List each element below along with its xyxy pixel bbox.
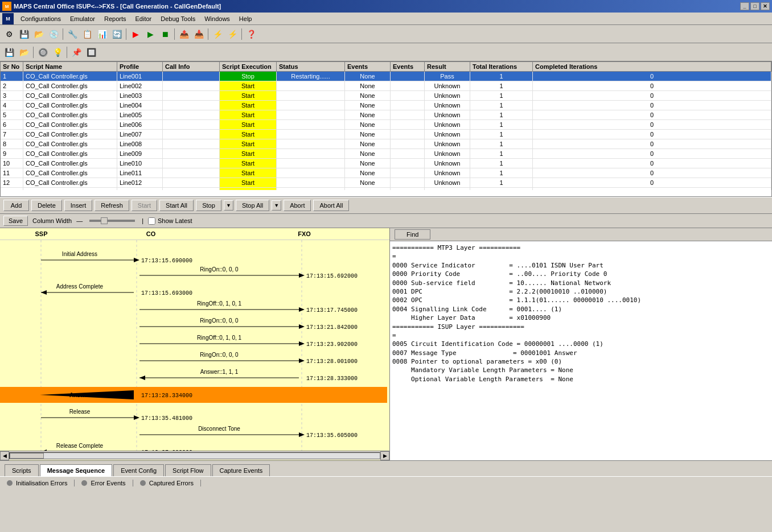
table-cell xyxy=(277,139,345,149)
toolbar-play-btn[interactable]: ▶ xyxy=(129,27,142,41)
toolbar2-pin-btn[interactable]: 📌 xyxy=(69,46,83,59)
abort-button[interactable]: Abort xyxy=(284,200,311,211)
tab-capture-events[interactable]: Capture Events xyxy=(212,464,270,476)
tab-event-config[interactable]: Event Config xyxy=(113,464,164,476)
toolbar-upload-btn[interactable]: 📤 xyxy=(177,27,191,41)
captured-errors-label: Captured Errors xyxy=(149,480,194,486)
hscroll-left[interactable]: ◀ xyxy=(0,451,9,460)
table-row[interactable]: 13CO_Call Controller.glsLine013StartNone… xyxy=(1,188,771,190)
toolbar-clip-btn[interactable]: 📋 xyxy=(80,27,94,41)
show-latest-checkbox-label[interactable]: Show Latest xyxy=(148,217,192,225)
svg-text:17:13:15.693000: 17:13:15.693000 xyxy=(141,290,192,296)
toolbar2-sep2 xyxy=(67,47,67,58)
toolbar2-light-btn[interactable]: 💡 xyxy=(51,46,64,59)
table-row[interactable]: 3CO_Call Controller.glsLine003StartNoneU… xyxy=(1,91,771,101)
find-button[interactable]: Find xyxy=(395,229,430,240)
table-row[interactable]: 8CO_Call Controller.glsLine008StartNoneU… xyxy=(1,139,771,149)
hscroll-right[interactable]: ▶ xyxy=(380,451,389,460)
toolbar-stop2-btn[interactable]: ⏹ xyxy=(158,27,172,41)
table-row[interactable]: 5CO_Call Controller.glsLine005StartNoneU… xyxy=(1,110,771,120)
table-cell xyxy=(163,188,220,190)
menu-bar: M Configurations Emulator Reports Editor… xyxy=(0,13,772,25)
toolbar-help-btn[interactable]: ❓ xyxy=(244,27,258,41)
table-cell: Line004 xyxy=(117,101,163,110)
table-cell xyxy=(391,72,425,81)
toolbar-new-btn[interactable]: ⚙ xyxy=(2,27,16,41)
table-cell xyxy=(277,130,345,139)
seq-col-co: CO xyxy=(83,230,219,237)
table-row[interactable]: 6CO_Call Controller.glsLine006StartNoneU… xyxy=(1,120,771,130)
start-button[interactable]: Start xyxy=(132,200,157,211)
col-execution: Script Execution xyxy=(220,62,277,71)
table-cell xyxy=(163,130,220,139)
maximize-button[interactable]: □ xyxy=(750,2,759,10)
table-cell xyxy=(163,178,220,187)
table-row[interactable]: 2CO_Call Controller.glsLine002StartNoneU… xyxy=(1,81,771,91)
tab-script-flow[interactable]: Script Flow xyxy=(165,464,211,476)
init-errors-dot xyxy=(7,480,13,486)
table-cell xyxy=(163,91,220,100)
menu-item-configurations[interactable]: Configurations xyxy=(16,14,65,23)
table-row[interactable]: 10CO_Call Controller.glsLine010StartNone… xyxy=(1,159,771,168)
toolbar-save-btn[interactable]: 📂 xyxy=(32,27,46,41)
toolbar1: ⚙ 💾 📂 💿 🔧 📋 📊 🔄 ▶ ▶ ⏹ 📤 📥 ⚡ ⚡ ❓ xyxy=(0,25,772,43)
toolbar2-grid-btn[interactable]: 🔲 xyxy=(84,46,98,59)
tab-message-sequence[interactable]: Message Sequence xyxy=(40,464,113,476)
menu-item-help[interactable]: Help xyxy=(235,14,257,23)
menu-item-editor[interactable]: Editor xyxy=(131,14,157,23)
save-button[interactable]: Save xyxy=(3,216,28,226)
toolbar-download-btn[interactable]: 📥 xyxy=(192,27,206,41)
table-cell xyxy=(163,110,220,119)
toolbar-wrench-btn[interactable]: 🔧 xyxy=(65,27,79,41)
toolbar-chart-btn[interactable]: 📊 xyxy=(95,27,109,41)
table-cell: Unknown xyxy=(425,149,470,158)
stop-button[interactable]: Stop xyxy=(196,200,221,211)
stop-all-dropdown[interactable]: ▼ xyxy=(272,200,281,211)
menu-item-debug-tools[interactable]: Debug Tools xyxy=(156,14,200,23)
table-row[interactable]: 1CO_Call Controller.glsLine001StopRestar… xyxy=(1,72,771,81)
toolbar-disk-btn[interactable]: 💿 xyxy=(47,27,60,41)
toolbar-stop-btn[interactable]: ▶ xyxy=(143,27,157,41)
hscroll-thumb[interactable] xyxy=(10,453,44,459)
table-row[interactable]: 11CO_Call Controller.glsLine011StartNone… xyxy=(1,168,771,178)
table-cell: 0 xyxy=(533,110,771,119)
insert-button[interactable]: Insert xyxy=(64,200,93,211)
table-cell xyxy=(277,159,345,168)
app-menu-icon[interactable]: M xyxy=(2,13,14,24)
table-cell xyxy=(391,120,425,129)
menu-item-reports[interactable]: Reports xyxy=(100,14,131,23)
toolbar2-run-btn[interactable]: 🔘 xyxy=(36,46,50,59)
col-callinfo: Call Info xyxy=(163,62,220,71)
col-profile: Profile xyxy=(117,62,163,71)
stop-all-button[interactable]: Stop All xyxy=(236,200,269,211)
tab-scripts[interactable]: Scripts xyxy=(5,464,39,476)
stop-dropdown[interactable]: ▼ xyxy=(224,200,233,211)
start-all-button[interactable]: Start All xyxy=(159,200,194,211)
table-row[interactable]: 12CO_Call Controller.glsLine012StartNone… xyxy=(1,178,771,188)
add-button[interactable]: Add xyxy=(3,200,29,211)
table-cell xyxy=(277,81,345,90)
menu-item-windows[interactable]: Windows xyxy=(200,14,235,23)
toolbar-refresh-btn[interactable]: 🔄 xyxy=(110,27,124,41)
table-row[interactable]: 7CO_Call Controller.glsLine007StartNoneU… xyxy=(1,130,771,139)
hscroll-track xyxy=(9,452,380,459)
menu-item-emulator[interactable]: Emulator xyxy=(65,14,100,23)
refresh-button[interactable]: Refresh xyxy=(95,200,129,211)
minimize-button[interactable]: _ xyxy=(740,2,749,10)
abort-all-button[interactable]: Abort All xyxy=(313,200,349,211)
column-width-minus: — xyxy=(76,217,83,224)
show-latest-checkbox[interactable] xyxy=(148,217,155,225)
slider-thumb[interactable] xyxy=(101,217,108,224)
col-events: Events xyxy=(345,62,391,71)
table-row[interactable]: 4CO_Call Controller.glsLine004StartNoneU… xyxy=(1,101,771,110)
toolbar-lightning-btn[interactable]: ⚡ xyxy=(211,27,224,41)
delete-button[interactable]: Delete xyxy=(31,200,62,211)
table-row[interactable]: 9CO_Call Controller.glsLine009StartNoneU… xyxy=(1,149,771,159)
column-width-slider[interactable] xyxy=(89,220,135,222)
toolbar2-open-btn[interactable]: 📂 xyxy=(17,46,31,59)
toolbar-lightning2-btn[interactable]: ⚡ xyxy=(225,27,239,41)
toolbar2-save-btn[interactable]: 💾 xyxy=(2,46,16,59)
toolbar-open-btn[interactable]: 💾 xyxy=(17,27,31,41)
close-button[interactable]: ✕ xyxy=(761,2,770,10)
table-cell: CO_Call Controller.gls xyxy=(23,159,117,168)
